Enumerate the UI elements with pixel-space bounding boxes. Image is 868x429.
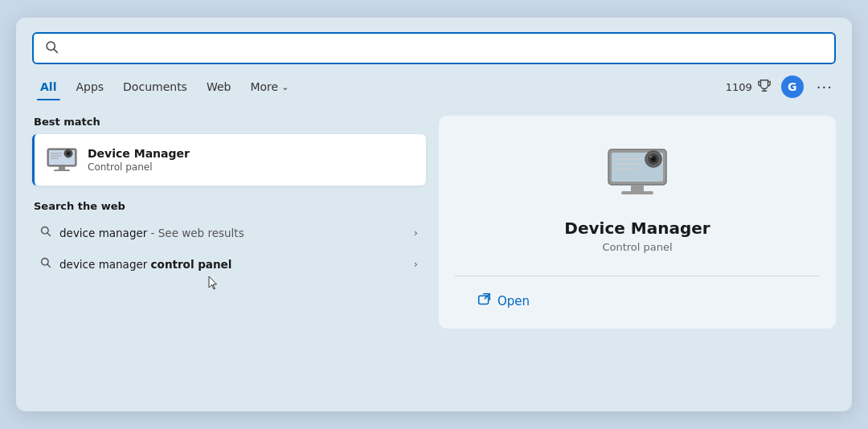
best-match-item[interactable]: Device Manager Control panel (32, 134, 426, 186)
divider (455, 276, 820, 276)
badge-count-area: 1109 (726, 78, 772, 96)
open-icon (477, 292, 491, 309)
right-panel: Device Manager Control panel Open (439, 116, 836, 329)
filter-tabs: All Apps Documents Web More ⌄ 1109 (32, 76, 836, 101)
left-panel: Best match (32, 116, 426, 329)
best-match-text: Device Manager Control panel (88, 147, 190, 173)
tab-web[interactable]: Web (199, 77, 240, 96)
open-button[interactable]: Open (471, 289, 536, 313)
tab-more[interactable]: More ⌄ (242, 77, 297, 96)
tab-all[interactable]: All (32, 77, 64, 96)
more-options-button[interactable]: ··· (813, 77, 836, 97)
arrow-icon-2: › (414, 258, 418, 270)
svg-line-13 (47, 233, 51, 236)
chevron-down-icon: ⌄ (281, 82, 289, 92)
web-result-2-text: device manager control panel (59, 258, 406, 271)
svg-rect-27 (621, 191, 653, 194)
search-panel: device manager All Apps Documents Web Mo… (16, 18, 852, 411)
svg-line-1 (54, 49, 57, 52)
best-match-title: Device Manager (88, 147, 190, 160)
open-label: Open (497, 294, 530, 308)
web-result-2[interactable]: device manager control panel › (32, 248, 426, 280)
badge-number: 1109 (726, 81, 752, 93)
arrow-icon-1: › (414, 227, 418, 239)
web-search-label: Search the web (32, 200, 426, 212)
best-match-subtitle: Control panel (88, 161, 190, 173)
web-result-1-text: device manager - See web results (59, 227, 406, 239)
header-right: 1109 G ··· (726, 76, 836, 98)
content-area: Best match (32, 116, 836, 329)
device-manager-icon (46, 144, 78, 176)
tab-apps[interactable]: Apps (68, 77, 112, 96)
web-result-1[interactable]: device manager - See web results › (32, 217, 426, 248)
search-icon-web1 (40, 226, 51, 239)
svg-point-6 (68, 153, 70, 155)
svg-rect-26 (631, 185, 644, 191)
right-app-title: Device Manager (564, 219, 710, 238)
svg-rect-7 (59, 166, 65, 170)
trophy-icon (757, 78, 772, 96)
search-icon-web2 (40, 257, 51, 271)
right-app-subtitle: Control panel (602, 241, 672, 253)
svg-line-15 (47, 264, 51, 268)
search-bar: device manager (32, 32, 836, 64)
search-input[interactable]: device manager (67, 40, 823, 56)
tab-documents[interactable]: Documents (115, 77, 195, 96)
right-app-icon (601, 140, 674, 204)
search-icon (45, 40, 59, 56)
avatar[interactable]: G (781, 76, 804, 98)
svg-point-21 (652, 157, 655, 161)
svg-rect-8 (54, 170, 70, 171)
svg-point-22 (650, 156, 653, 158)
best-match-label: Best match (32, 116, 426, 128)
